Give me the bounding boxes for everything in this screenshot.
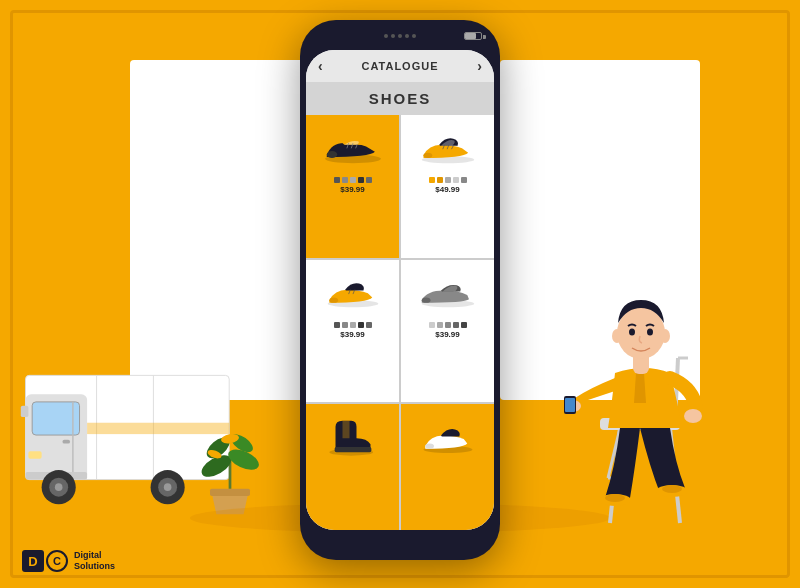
svg-rect-43	[334, 447, 371, 452]
product-image-4	[405, 264, 490, 319]
svg-point-27	[326, 150, 337, 157]
product-grid: $39.99	[306, 115, 494, 530]
phone-battery	[464, 32, 482, 40]
product-image-5	[310, 408, 395, 463]
phone-notch	[384, 34, 416, 38]
product-item-1[interactable]: $39.99	[306, 115, 399, 258]
svg-point-45	[425, 443, 434, 448]
svg-rect-18	[210, 489, 250, 496]
product-price-1: $39.99	[340, 185, 364, 194]
svg-point-41	[421, 298, 430, 303]
svg-point-60	[662, 485, 682, 493]
logo-d-icon: D	[22, 550, 44, 572]
svg-point-66	[660, 329, 670, 343]
svg-point-14	[164, 483, 172, 491]
svg-rect-5	[28, 451, 41, 459]
color-swatches-1	[334, 177, 372, 183]
color-swatches-4	[429, 322, 467, 328]
svg-point-11	[55, 483, 63, 491]
product-image-1	[310, 119, 395, 174]
product-item-3[interactable]: $39.99	[306, 260, 399, 403]
product-item-2[interactable]: $49.99	[401, 115, 494, 258]
category-header: SHOES	[306, 82, 494, 115]
product-image-3	[310, 264, 395, 319]
svg-rect-15	[21, 406, 29, 417]
plant-decoration	[195, 416, 265, 516]
svg-rect-55	[565, 398, 575, 412]
product-price-4: $39.99	[435, 330, 459, 339]
svg-point-63	[629, 329, 635, 336]
product-price-2: $49.99	[435, 185, 459, 194]
svg-point-59	[605, 494, 625, 502]
phone-screen: ‹ CATALOGUE › SHOES	[306, 50, 494, 530]
phone-mockup: ‹ CATALOGUE › SHOES	[300, 20, 500, 560]
product-image-2	[405, 119, 490, 174]
svg-point-32	[423, 152, 432, 157]
forward-arrow[interactable]: ›	[477, 58, 482, 74]
logo-company-name: DigitalSolutions	[74, 550, 115, 572]
topbar-title: CATALOGUE	[361, 60, 438, 72]
product-item-6[interactable]	[401, 404, 494, 530]
svg-point-56	[684, 409, 702, 423]
product-price-3: $39.99	[340, 330, 364, 339]
back-arrow[interactable]: ‹	[318, 58, 323, 74]
company-logo: D C DigitalSolutions	[22, 550, 115, 572]
svg-point-37	[329, 298, 338, 303]
svg-rect-4	[62, 440, 70, 444]
product-image-6	[405, 408, 490, 463]
logo-icon-group: D C	[22, 550, 68, 572]
product-item-5[interactable]	[306, 404, 399, 530]
logo-c-icon: C	[46, 550, 68, 572]
person-illustration	[540, 228, 740, 528]
phone-topbar: ‹ CATALOGUE ›	[306, 50, 494, 82]
product-item-4[interactable]: $39.99	[401, 260, 494, 403]
color-swatches-2	[429, 177, 467, 183]
svg-point-64	[647, 329, 653, 336]
color-swatches-3	[334, 322, 372, 328]
phone-body: ‹ CATALOGUE › SHOES	[300, 20, 500, 560]
svg-point-65	[612, 329, 622, 343]
